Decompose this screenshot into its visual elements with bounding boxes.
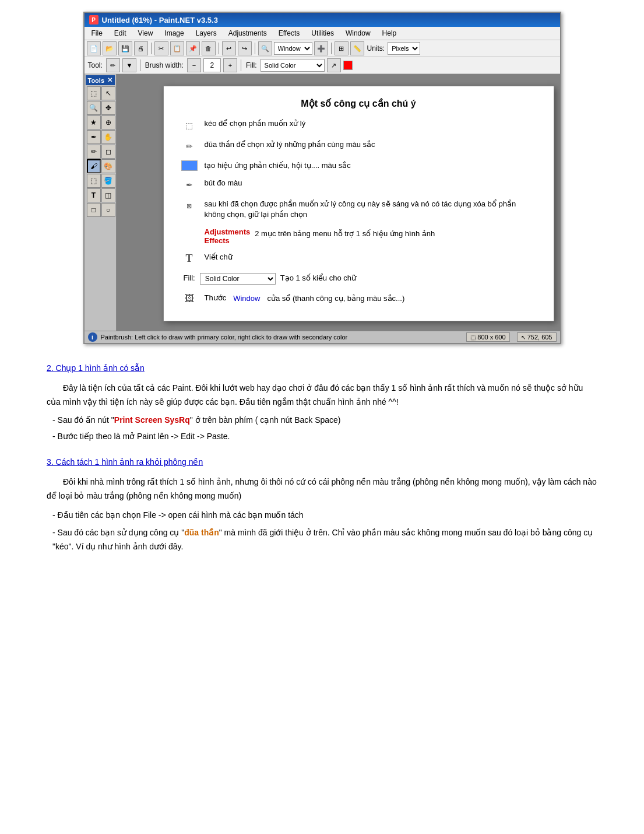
window-select[interactable]: Window [274,42,312,55]
menu-help[interactable]: Help [378,28,402,38]
tool-eyedropper[interactable]: ✒ [87,130,101,144]
menu-effects[interactable]: Effects [274,28,304,38]
grid-button[interactable]: ⊞ [335,41,349,55]
fill-desc: Tạo 1 số kiểu cho chữ [280,273,356,283]
brush-minus[interactable]: − [187,58,201,72]
modal-row-1: ⬚ kéo để chọn phần muốn xử lý [181,118,536,132]
tools-header: Tools ✕ [86,75,115,85]
section2-heading[interactable]: 2. Chụp 1 hình ảnh có sẵn [47,362,597,376]
tool-eraser[interactable]: ◻ [101,145,115,159]
curve-btn[interactable]: ↗ [327,58,341,72]
tool-fill[interactable]: 🪣 [101,174,115,188]
save-button[interactable]: 💾 [118,41,132,55]
tool-label: Tool: [88,61,103,69]
tools-title: Tools [88,77,105,84]
paste-button[interactable]: 📌 [186,41,200,55]
print-screen-highlight: Print Screen SysRq [114,415,190,425]
tool-stamp[interactable]: ⬚ [87,174,101,188]
brush-plus[interactable]: + [223,58,237,72]
zoom-in-button[interactable]: ➕ [314,41,328,55]
menu-image[interactable]: Image [160,28,188,38]
tool-rect[interactable]: □ [87,203,101,217]
tool-clone[interactable]: ⊕ [101,115,115,129]
tool-select-btn[interactable]: ✏ [106,58,120,72]
delete-button[interactable]: 🗑 [202,41,216,55]
main-toolbar: 📄 📂 💾 🖨 ✂ 📋 📌 🗑 ↩ ↪ 🔍 Window ➕ ⊞ 📏 Units… [85,40,560,57]
status-right: ⬚ 800 x 600 ↖ 752, 605 [466,332,556,342]
fill-select[interactable]: Solid Color [261,59,325,72]
modal-row-adj: Adjustments Effects 2 mục trên bảng menu… [181,227,536,245]
zoom-out-button[interactable]: 🔍 [258,41,272,55]
fill-row-label: Fill: [184,273,195,283]
redo-button[interactable]: ↪ [238,41,252,55]
tool-zoom[interactable]: 🔍 [87,101,101,115]
tool-pencil[interactable]: ✏ [87,145,101,159]
menu-layers[interactable]: Layers [191,28,221,38]
adj-placeholder [181,227,198,241]
units-select[interactable]: Pixels [388,42,420,55]
text-icon: T [181,252,198,266]
separator-6 [241,59,241,71]
print-button[interactable]: 🖨 [134,41,148,55]
color-btn[interactable] [343,61,353,70]
eyedropper-icon: ✒ [181,178,198,192]
menu-utilities[interactable]: Utilities [307,28,339,38]
units-label: Units: [367,44,385,52]
menu-adjustments[interactable]: Adjustments [224,28,272,38]
modal-text-3: tạo hiệu ứng phản chiếu, hội tụ.... màu … [205,160,351,171]
dua-than-highlight: đũa thần [184,528,219,537]
adjustments-label: Adjustments [205,227,251,236]
status-bar: i Paintbrush: Left click to draw with pr… [85,331,560,343]
tool-pan[interactable]: ✋ [101,130,115,144]
tool-magic-wand[interactable]: ★ [87,115,101,129]
section3-para1: Đôi khi nhà mình trông rất thích 1 số hì… [47,475,597,503]
tool-gradient[interactable]: ◫ [101,188,115,202]
window-text: Window [233,294,260,303]
new-button[interactable]: 📄 [87,41,101,55]
modal-text-5: sau khi đã chọn được phần muốn xử lý côn… [205,199,536,220]
tool-ellipse[interactable]: ○ [101,203,115,217]
adj-text: 2 mục trên bảng menu hỗ trợ 1 số hiệu ứn… [255,229,435,239]
brush-label: Brush width: [145,61,184,69]
tool-move[interactable]: ✥ [101,101,115,115]
cut-button[interactable]: ✂ [154,41,168,55]
viet-chu-label: Viết chữ [205,252,233,262]
menu-file[interactable]: File [87,28,107,38]
section3-steps: - Đầu tiên các bạn chọn File -> open cái… [52,509,597,553]
separator-5 [140,59,140,71]
tool-paintbrush[interactable]: 🖌 [87,159,101,173]
open-button[interactable]: 📂 [103,41,117,55]
separator-4 [331,43,332,54]
separator-1 [151,43,152,54]
modal-row-3: tạo hiệu ứng phản chiếu, hội tụ.... màu … [181,160,536,171]
crop-icon: ⊠ [181,199,198,213]
section2-para1: Đây là tiện ích của tất cả các Paint. Đô… [47,381,597,409]
section2-steps: - Sau đó ấn nút "Print Screen SysRq" ở t… [52,414,597,444]
section3-heading[interactable]: 3. Cách tách 1 hình ảnh ra khỏi phông nề… [47,455,597,469]
section3-step2: - Sau đó các bạn sử dụng công cụ "đũa th… [52,526,597,554]
tool-lasso[interactable]: ↖ [101,86,115,100]
modal-window-row: 🖼 Thước Window cửa sổ (thanh công cụ, bả… [181,292,536,306]
tool-select[interactable]: ⬚ [87,86,101,100]
fill-dropdown[interactable]: Solid Color [200,273,276,285]
tool-text[interactable]: T [87,188,101,202]
modal-row-text: T Viết chữ [181,252,536,266]
modal-title: Một số công cụ cần chú ý [181,98,536,109]
brush-value: 2 [203,58,221,72]
article-content: 2. Chụp 1 hình ảnh có sẵn Đây là tiện íc… [35,362,609,554]
menu-view[interactable]: View [133,28,158,38]
menu-edit[interactable]: Edit [110,28,131,38]
status-icon: i [88,332,97,342]
canvas-dimensions: ⬚ 800 x 600 [466,332,509,342]
tools-close[interactable]: ✕ [107,76,112,84]
thuoc-label: Thước [205,293,227,303]
tool-recolor[interactable]: 🎨 [101,159,115,173]
window-desc: cửa sổ (thanh công cụ, bảng màu sắc...) [267,294,404,303]
app-icon: P [89,15,98,24]
ruler-button[interactable]: 📏 [350,41,364,55]
undo-button[interactable]: ↩ [222,41,236,55]
gradient-icon [181,160,198,171]
copy-button[interactable]: 📋 [170,41,184,55]
menu-window[interactable]: Window [341,28,375,38]
tool-dropdown[interactable]: ▼ [122,58,136,72]
